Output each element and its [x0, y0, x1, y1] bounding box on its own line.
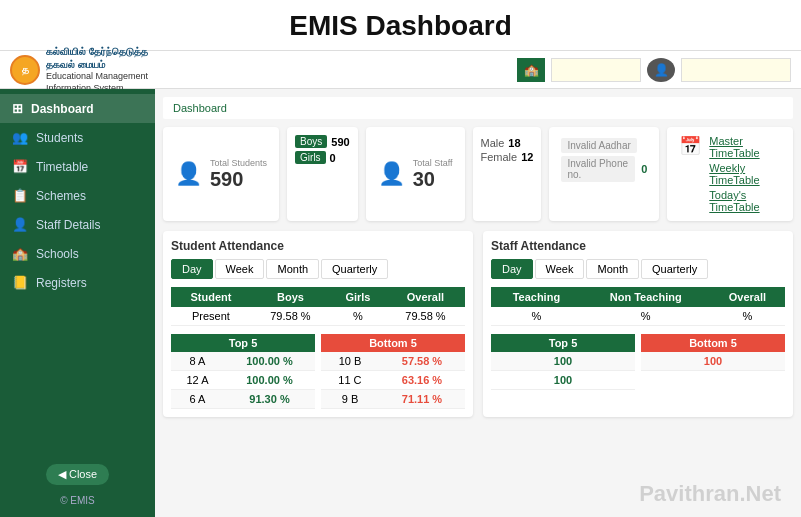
close-button[interactable]: ◀ Close: [46, 464, 109, 485]
student-attendance-title: Student Attendance: [171, 239, 465, 253]
bottom5-class-3: 9 B: [321, 390, 379, 409]
student-attendance-section: Student Attendance Day Week Month Quarte…: [163, 231, 473, 417]
staff-bottom5-val-1: 100: [641, 352, 785, 371]
student-tab-day[interactable]: Day: [171, 259, 213, 279]
sidebar: ⊞ Dashboard 👥 Students 📅 Timetable 📋 Sch…: [0, 89, 155, 517]
staff-top5-row: Top 5 100 100: [491, 334, 785, 390]
school-search-input[interactable]: [551, 58, 641, 82]
total-staff-card: 👤 Total Staff 30: [366, 127, 465, 221]
staff-bottom5-col: Bottom 5 100: [641, 334, 785, 390]
staff-top5-val-1: 100: [491, 352, 635, 371]
school-icon: 🏫: [517, 58, 545, 82]
sidebar-item-schemes[interactable]: 📋 Schemes: [0, 181, 155, 210]
sidebar-label-timetable: Timetable: [36, 160, 88, 174]
student-att-overall: 79.58 %: [386, 307, 465, 326]
bottom5-pct-3: 71.11 %: [379, 390, 465, 409]
total-students-label: Total Students: [210, 158, 267, 168]
top5-pct-1: 100.00 %: [224, 352, 315, 371]
female-label: Female: [481, 151, 518, 163]
top5-label: Top 5: [171, 334, 315, 352]
boys-value: 590: [331, 136, 349, 148]
invalid-phone-row: Invalid Phone no. 0: [561, 156, 647, 182]
boys-label: Boys: [295, 135, 327, 148]
student-tab-week[interactable]: Week: [215, 259, 265, 279]
sidebar-bottom: ◀ Close © EMIS: [0, 456, 155, 517]
page-title-bar: EMIS Dashboard: [0, 0, 801, 51]
timetable-icon: 📅: [12, 159, 28, 174]
male-value: 18: [508, 137, 520, 149]
girls-row: Girls 0: [295, 151, 350, 164]
staff-att-row: % % %: [491, 307, 785, 326]
timetable-card: 📅 Master TimeTable Weekly TimeTable Toda…: [667, 127, 793, 221]
staff-tab-quarterly[interactable]: Quarterly: [641, 259, 708, 279]
invalid-phone-label: Invalid Phone no.: [561, 156, 635, 182]
staff-attendance-title: Staff Attendance: [491, 239, 785, 253]
top5-pct-3: 91.30 %: [224, 390, 315, 409]
sidebar-item-timetable[interactable]: 📅 Timetable: [0, 152, 155, 181]
main-layout: ⊞ Dashboard 👥 Students 📅 Timetable 📋 Sch…: [0, 89, 801, 517]
logo-area: த கல்வியில் தேர்ந்தெடுத்த தகவல் மையம் Ed…: [10, 45, 176, 94]
student-top5-section: Top 5 8 A 100.00 % 12 A 100.00: [171, 334, 465, 409]
top5-pct-2: 100.00 %: [224, 371, 315, 390]
top5-class-2: 12 A: [171, 371, 224, 390]
girls-value: 0: [330, 152, 336, 164]
logo-title: கல்வியில் தேர்ந்தெடுத்த தகவல் மையம்: [46, 45, 176, 71]
logo-text: கல்வியில் தேர்ந்தெடுத்த தகவல் மையம் Educ…: [46, 45, 176, 94]
sidebar-item-schools[interactable]: 🏫 Schools: [0, 239, 155, 268]
staff-tab-month[interactable]: Month: [586, 259, 639, 279]
boys-girls-card: Boys 590 Girls 0: [287, 127, 358, 221]
sidebar-label-schemes: Schemes: [36, 189, 86, 203]
top-nav: த கல்வியில் தேர்ந்தெடுத்த தகவல் மையம் Ed…: [0, 51, 801, 89]
emis-footer: © EMIS: [12, 491, 143, 510]
staff-att-nonteaching: %: [582, 307, 710, 326]
registers-icon: 📒: [12, 275, 28, 290]
master-timetable-link[interactable]: Master TimeTable: [709, 135, 781, 159]
student-att-type: Present: [171, 307, 251, 326]
girls-label: Girls: [295, 151, 326, 164]
gender-card: Male 18 Female 12: [473, 127, 542, 221]
col-staff-overall: Overall: [710, 287, 785, 307]
student-tab-month[interactable]: Month: [266, 259, 319, 279]
staff-top5-table: 100 100: [491, 352, 635, 390]
bottom5-label: Bottom 5: [321, 334, 465, 352]
bottom5-row-2: 11 C 63.16 %: [321, 371, 465, 390]
bottom5-pct-1: 57.58 %: [379, 352, 465, 371]
student-attendance-table: Student Boys Girls Overall Present 79.58…: [171, 287, 465, 326]
col-overall: Overall: [386, 287, 465, 307]
today-timetable-link[interactable]: Today's TimeTable: [709, 189, 781, 213]
staff-stat-info: Total Staff 30: [413, 158, 453, 191]
stats-row: 👤 Total Students 590 Boys 590 Girls 0: [163, 127, 793, 221]
top5-table: 8 A 100.00 % 12 A 100.00 % 6 A: [171, 352, 315, 409]
sidebar-item-staff[interactable]: 👤 Staff Details: [0, 210, 155, 239]
student-tab-quarterly[interactable]: Quarterly: [321, 259, 388, 279]
student-bottom5-col: Bottom 5 10 B 57.58 % 11 C 63.1: [321, 334, 465, 409]
breadcrumb: Dashboard: [163, 97, 793, 119]
student-attendance-tabs: Day Week Month Quarterly: [171, 259, 465, 279]
staff-attendance-table: Teaching Non Teaching Overall % % %: [491, 287, 785, 326]
bottom5-class-1: 10 B: [321, 352, 379, 371]
staff-tab-day[interactable]: Day: [491, 259, 533, 279]
top5-class-1: 8 A: [171, 352, 224, 371]
sidebar-label-students: Students: [36, 131, 83, 145]
sidebar-item-dashboard[interactable]: ⊞ Dashboard: [0, 94, 155, 123]
staff-top5-label: Top 5: [491, 334, 635, 352]
invalid-phone-value: 0: [641, 163, 647, 175]
top5-class-3: 6 A: [171, 390, 224, 409]
student-top5-col: Top 5 8 A 100.00 % 12 A 100.00: [171, 334, 315, 409]
sidebar-item-registers[interactable]: 📒 Registers: [0, 268, 155, 297]
attendance-row: Student Attendance Day Week Month Quarte…: [163, 231, 793, 417]
staff-attendance-section: Staff Attendance Day Week Month Quarterl…: [483, 231, 793, 417]
staff-bottom5-label: Bottom 5: [641, 334, 785, 352]
staff-top5-row-2: 100: [491, 371, 635, 390]
user-search-input[interactable]: [681, 58, 791, 82]
bottom5-class-2: 11 C: [321, 371, 379, 390]
staff-tab-week[interactable]: Week: [535, 259, 585, 279]
col-girls: Girls: [330, 287, 386, 307]
weekly-timetable-link[interactable]: Weekly TimeTable: [709, 162, 781, 186]
students-icon: 👥: [12, 130, 28, 145]
sidebar-label-registers: Registers: [36, 276, 87, 290]
total-staff-value: 30: [413, 168, 453, 191]
students-stat-icon: 👤: [175, 161, 202, 187]
sidebar-item-students[interactable]: 👥 Students: [0, 123, 155, 152]
bottom5-pct-2: 63.16 %: [379, 371, 465, 390]
